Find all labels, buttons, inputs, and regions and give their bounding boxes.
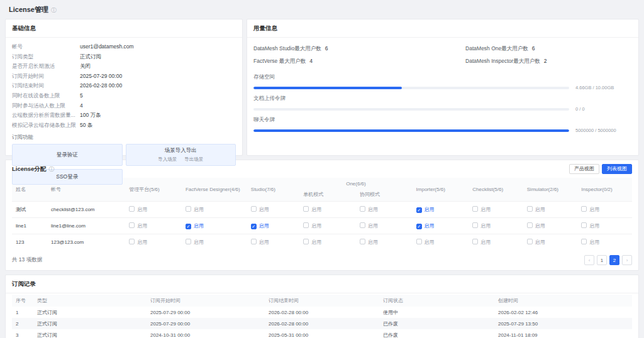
checkbox-checked-icon[interactable]: ✓ [416,224,422,229]
enable-cell: 启用 [469,234,523,251]
basic-info-field: 订阅类型正式订阅 [12,53,236,60]
checkbox-unchecked-icon[interactable] [186,206,191,212]
checkbox-unchecked-icon[interactable] [129,222,135,228]
checkbox-unchecked-icon[interactable] [416,239,422,244]
record-cell: 2 [12,318,33,329]
enable-cell: 启用 [356,218,413,234]
checkbox-unchecked-icon[interactable] [129,239,135,244]
subscription-records-title: 订阅记录 [6,275,638,293]
record-col-header: 序号 [12,295,33,307]
enable-cell: 启用 [577,234,632,251]
cell-name: 123 [12,234,47,251]
cell-account: line1@line.com [47,218,125,234]
record-col-header: 订阅开始时间 [147,295,265,307]
enable-label: 启用 [425,223,435,229]
enable-label: 启用 [535,223,545,229]
checkbox-checked-icon[interactable]: ✓ [186,224,191,229]
record-col-header: 订阅结束时间 [265,295,379,307]
field-label: 是否开启长期激活 [12,63,80,69]
enable-label: 启用 [368,239,378,245]
progress-block: 文档上传令牌0 / 0 [253,95,632,112]
checkbox-unchecked-icon[interactable] [251,206,257,212]
checkbox-unchecked-icon[interactable] [129,206,135,212]
basic-info-card: 基础信息 帐号user1@datamesh.com订阅类型正式订阅是否开启长期激… [5,19,243,156]
checkbox-unchecked-icon[interactable] [527,206,533,212]
progress-label: 存储空间 [253,74,632,81]
page-button-1[interactable]: 1 [597,255,607,265]
checkbox-unchecked-icon[interactable] [472,239,478,244]
view-button-列表视图[interactable]: 列表视图 [602,164,632,174]
info-icon[interactable]: ⓘ [51,7,57,13]
enable-label: 启用 [589,239,599,245]
enable-label: 启用 [425,207,435,212]
enable-label: 启用 [311,223,321,229]
cell-name: 测试 [12,202,47,218]
enable-cell: 启用 [523,234,578,251]
checkbox-unchecked-icon[interactable] [303,239,309,244]
enable-cell: 启用 [299,234,356,251]
feature-sub-action[interactable]: 导入场景 [158,156,177,163]
record-type-link[interactable]: 正式订阅 [33,329,147,338]
checkbox-unchecked-icon[interactable] [581,222,587,228]
enable-label: 启用 [480,207,491,212]
checkbox-unchecked-icon[interactable] [472,222,478,228]
view-button-产品视图[interactable]: 产品视图 [569,164,599,174]
record-cell: 2026-02-02 12:46 [494,307,632,318]
enable-label: 启用 [259,239,269,245]
checkbox-unchecked-icon[interactable] [581,239,587,244]
enable-label: 启用 [137,239,147,245]
checkbox-unchecked-icon[interactable] [186,239,191,244]
feature-sub-action[interactable]: 导出场景 [184,156,203,163]
record-cell: 2025-07-29 00:00 [147,307,265,318]
checkbox-unchecked-icon[interactable] [527,222,533,228]
record-row: 2正式订阅2025-07-29 00:002026-02-28 00:00已作废… [12,318,632,329]
col-header-importer: Importer(5/6) [413,178,469,202]
cell-account: checklist@123.com [47,202,125,218]
subscription-records-table: 序号类型订阅开始时间订阅结束时间订阅状态创建时间 1正式订阅2025-07-29… [12,295,632,338]
page-title-text: License管理 [9,6,48,13]
progress-value: 4.66GB / 10.00GB [569,85,632,90]
record-row: 1正式订阅2025-07-29 00:002026-02-28 00:00使用中… [12,307,632,318]
checkbox-checked-icon[interactable]: ✓ [416,207,422,213]
enable-cell: 启用 [299,218,356,234]
record-col-header: 创建时间 [494,295,632,307]
progress-row: 4.66GB / 10.00GB [253,85,632,90]
enable-label: 启用 [137,223,147,229]
feature-button-登录验证[interactable]: 登录验证 [12,144,123,166]
feature-button-sublabels: 导入场景导出场景 [158,156,203,163]
field-value: 100 万条 [80,112,101,118]
page-button-2[interactable]: 2 [609,255,619,265]
checkbox-unchecked-icon[interactable] [360,222,365,228]
enable-cell: 启用 [125,202,182,218]
feature-section-label: 订阅功能 [6,131,242,144]
enable-label: 启用 [311,207,321,212]
feature-button-场景导入导出[interactable]: 场景导入导出导入场景导出场景 [126,144,236,166]
info-icon[interactable]: ⓘ [48,166,54,172]
checkbox-unchecked-icon[interactable] [251,239,257,244]
field-value: 正式订阅 [80,53,101,60]
col-header-one-group: One(6/6) [299,178,412,188]
checkbox-unchecked-icon[interactable] [360,206,365,212]
enable-label: 启用 [368,223,378,229]
record-cell: 2025-05-31 00:00 [265,329,379,338]
checkbox-unchecked-icon[interactable] [303,222,309,228]
record-type-link[interactable]: 正式订阅 [33,318,147,329]
checkbox-unchecked-icon[interactable] [303,206,309,212]
top-row: 基础信息 帐号user1@datamesh.com订阅类型正式订阅是否开启长期激… [0,19,644,156]
usage-counters: DataMesh Studio最大用户数6DataMesh One最大用户数6F… [247,38,638,68]
checkbox-checked-icon[interactable]: ✓ [251,224,257,229]
table-row: line1line1@line.com启用✓启用✓启用启用启用✓启用启用启用启用 [12,218,632,234]
enable-cell: 启用 [182,202,247,218]
prev-page-button[interactable]: ‹ [584,255,594,265]
usage-counter-label: DataMesh Studio最大用户数 [253,45,321,52]
next-page-button[interactable]: › [622,255,632,265]
record-type-link[interactable]: 正式订阅 [33,307,147,318]
enable-label: 启用 [535,207,545,212]
checkbox-unchecked-icon[interactable] [581,206,587,212]
checkbox-unchecked-icon[interactable] [472,206,478,212]
progress-label: 文档上传令牌 [253,95,632,102]
enable-label: 启用 [194,239,204,245]
checkbox-unchecked-icon[interactable] [527,239,533,244]
checkbox-unchecked-icon[interactable] [360,239,365,244]
usage-counter: DataMesh Studio最大用户数6 [253,45,465,53]
